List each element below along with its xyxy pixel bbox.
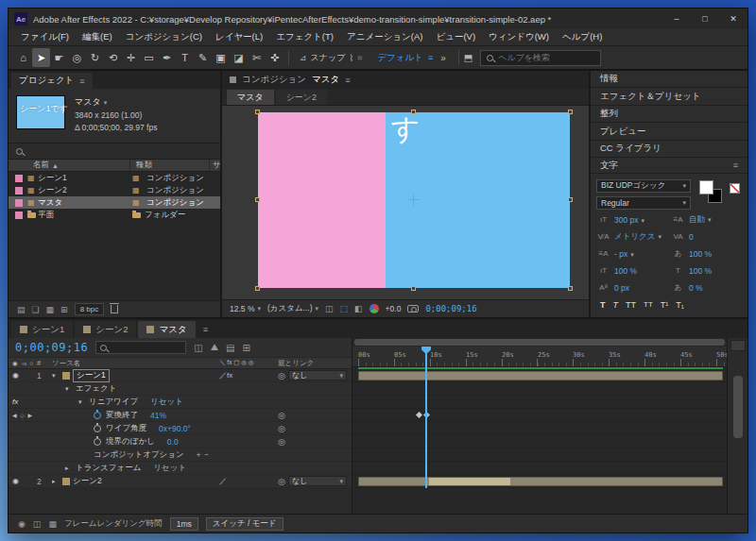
share-screen-icon[interactable] — [464, 53, 472, 63]
stopwatch-icon-active[interactable] — [94, 412, 101, 419]
layer-row-scene2[interactable]: ◉ 2 ▸ シーン2 ／ ◎ なし — [9, 475, 352, 488]
vertical-scrollbar[interactable] — [733, 376, 743, 438]
viewer-timecode[interactable]: 0;00;09;16 — [425, 304, 476, 313]
adjustment-icon[interactable]: ⊞ — [60, 305, 68, 314]
status-grid-icon[interactable] — [48, 519, 57, 529]
parent-pickwhip-icon[interactable]: ◎ — [278, 371, 285, 380]
transform-group-row[interactable]: ▸ トランスフォーム リセット — [9, 462, 352, 475]
home-tool-icon[interactable]: ⌂ — [14, 48, 32, 67]
timeline-tab-scene1[interactable]: シーン1 — [11, 321, 73, 338]
no-color-swatch[interactable] — [730, 183, 740, 194]
switches-modes-toggle[interactable]: スイッチ / モード — [206, 517, 284, 531]
label-color-swatch[interactable] — [15, 199, 23, 207]
comp-marker-button[interactable] — [730, 340, 746, 351]
eraser-tool-icon[interactable]: ◪ — [230, 48, 248, 67]
expression-pickwhip-icon[interactable]: ◎ — [278, 437, 285, 447]
parent-dropdown[interactable]: なし — [288, 476, 347, 486]
status-panel-icon[interactable] — [33, 519, 42, 529]
parent-link-column[interactable]: 親とリンク — [278, 359, 352, 368]
selection-handle[interactable] — [568, 110, 573, 114]
active-comp-name[interactable]: マスタ — [312, 74, 339, 86]
region-of-interest-icon[interactable]: ◧ — [354, 304, 363, 313]
vertical-scale-value[interactable]: 100 % — [614, 266, 637, 276]
menu-animation[interactable]: アニメーション(A) — [340, 31, 430, 43]
zoom-tool-icon[interactable]: ◎ — [68, 48, 86, 67]
transform-group-label[interactable]: トランスフォーム — [76, 463, 141, 474]
label-color-swatch[interactable] — [15, 211, 23, 219]
panel-cc-libraries[interactable]: CC ライブラリ — [591, 141, 747, 158]
grid-option-icon[interactable] — [357, 53, 362, 63]
orbit-tool-icon[interactable]: ↻ — [86, 48, 104, 67]
fill-color-swatch[interactable] — [699, 180, 713, 194]
panel-menu-icon[interactable]: ≡ — [733, 161, 738, 170]
menu-composition[interactable]: コンポジション(C) — [119, 31, 209, 43]
twirl-closed-icon[interactable]: ▸ — [52, 478, 60, 485]
selection-tool-icon[interactable]: ➤ — [32, 48, 50, 67]
layer-anchor-point[interactable] — [408, 194, 420, 206]
workspace-default-button[interactable]: デフォルト — [377, 52, 423, 64]
selection-handle[interactable] — [568, 197, 573, 202]
item-name[interactable]: マスタ — [38, 197, 132, 209]
source-name-column[interactable]: ソース名 — [52, 359, 219, 368]
menu-file[interactable]: ファイル(F) — [14, 31, 76, 43]
shape-tool-icon[interactable]: ▭ — [140, 48, 158, 67]
shy-layers-icon[interactable]: ▤ — [226, 343, 234, 353]
effects-group-row[interactable]: ▾ エフェクト — [9, 382, 352, 396]
composition-tab-label[interactable]: コンポジション — [242, 74, 306, 86]
timeline-search-input[interactable] — [111, 341, 177, 355]
column-name[interactable]: 名前 ▲ — [9, 160, 129, 171]
type-tool-icon[interactable]: T — [176, 48, 194, 67]
snap-label[interactable]: スナップ — [311, 52, 346, 64]
subscript-button[interactable]: T₁ — [676, 300, 684, 310]
effect-name[interactable]: リニアワイプ — [89, 397, 138, 408]
delete-item-icon[interactable] — [111, 305, 118, 313]
linear-wipe-effect-row[interactable]: fx ▾ リニアワイプ リセット — [9, 396, 352, 409]
twirl-closed-icon[interactable]: ▸ — [65, 465, 73, 472]
brush-tool-icon[interactable]: ✎ — [194, 48, 212, 67]
mask-visibility-icon[interactable]: ⬚ — [340, 304, 349, 313]
tsume-value[interactable]: 100 % — [689, 249, 712, 259]
tsume-percent-value[interactable]: 0 % — [689, 283, 703, 293]
project-row-solids-folder[interactable]: 平面 フォルダー — [9, 209, 220, 221]
menu-effect[interactable]: エフェクト(T) — [269, 31, 340, 43]
superscript-button[interactable]: T¹ — [661, 300, 669, 310]
transition-completion-row[interactable]: ◀ ◇ ▶ 変換終了 41% ◎ — [9, 409, 352, 422]
panel-preview[interactable]: プレビュー — [591, 123, 747, 140]
viewer-tab-master[interactable]: マスタ — [227, 90, 274, 105]
layer-name[interactable]: シーン2 — [73, 476, 102, 487]
property-value[interactable]: 0x+90.0° — [159, 424, 191, 433]
horizontal-scale-value[interactable]: 100 % — [689, 266, 712, 276]
current-timecode[interactable]: 0;00;09;16 — [15, 341, 88, 354]
property-name[interactable]: 変換終了 — [106, 410, 138, 421]
hand-tool-icon[interactable]: ☛ — [50, 48, 68, 67]
selection-handle[interactable] — [255, 286, 260, 291]
workspace-menu-icon[interactable]: ≡ — [428, 53, 433, 62]
exposure-value[interactable]: +0.0 — [386, 304, 402, 313]
layer-row-scene1[interactable]: ◉ 1 ▾ シーン1 ／fx ◎ なし — [9, 369, 352, 382]
faux-italic-button[interactable]: T — [613, 300, 619, 310]
wipe-angle-row[interactable]: ワイプ角度 0x+90.0° ◎ — [9, 422, 352, 435]
feather-row[interactable]: 境界のぼかし 0.0 ◎ — [9, 435, 352, 448]
panel-menu-icon[interactable]: ≡ — [203, 325, 208, 334]
timeline-tab-master[interactable]: マスタ — [138, 321, 195, 338]
panel-info[interactable]: 情報 — [591, 71, 747, 88]
effect-reset-link[interactable]: リセット — [150, 397, 183, 408]
selection-handle[interactable] — [568, 286, 573, 291]
expression-pickwhip-icon[interactable]: ◎ — [278, 424, 285, 433]
item-name[interactable]: シーン2 — [38, 185, 132, 196]
composite-options-label[interactable]: コンポジットオプション — [94, 449, 184, 461]
layer-bar-scene1[interactable] — [358, 371, 723, 380]
label-color-swatch[interactable] — [15, 175, 23, 182]
property-name[interactable]: ワイプ角度 — [106, 423, 146, 434]
twirl-open-icon[interactable]: ▾ — [65, 385, 73, 393]
current-time-indicator[interactable] — [425, 347, 427, 488]
new-folder-icon[interactable]: ❏ — [32, 305, 40, 314]
parent-pickwhip-icon[interactable]: ◎ — [278, 477, 285, 486]
composition-canvas[interactable]: す — [258, 112, 570, 288]
snap-option-icon[interactable] — [349, 53, 353, 63]
menu-help[interactable]: ヘルプ(H) — [556, 31, 609, 43]
roto-brush-tool-icon[interactable]: ✄ — [248, 48, 266, 67]
expression-pickwhip-icon[interactable]: ◎ — [278, 411, 285, 420]
comp-mini-flowchart-icon[interactable]: ◫ — [194, 343, 202, 353]
panel-character[interactable]: 文字 ≡ — [591, 158, 747, 174]
